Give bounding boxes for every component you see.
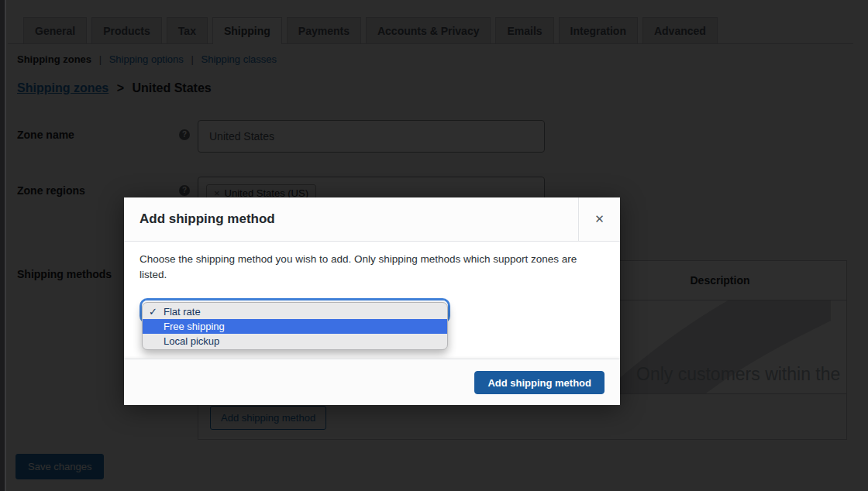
modal-description: Choose the shipping method you wish to a… xyxy=(140,252,598,282)
dropdown-option-free-shipping[interactable]: Free shipping xyxy=(143,319,447,334)
dropdown-option-label: Flat rate xyxy=(164,306,201,318)
modal-header: Add shipping method ✕ xyxy=(124,197,620,242)
add-shipping-method-modal: Add shipping method ✕ Choose the shippin… xyxy=(124,197,620,405)
settings-page: General Products Tax Shipping Payments A… xyxy=(0,0,868,491)
dropdown-option-label: Local pickup xyxy=(164,335,219,347)
shipping-method-dropdown: ✓ Flat rate Free shipping Local pickup xyxy=(142,302,448,350)
admin-sidebar-edge xyxy=(0,0,6,491)
modal-title: Add shipping method xyxy=(124,197,578,241)
modal-add-shipping-method-button[interactable]: Add shipping method xyxy=(474,371,604,394)
dropdown-option-label: Free shipping xyxy=(164,321,225,332)
close-icon[interactable]: ✕ xyxy=(578,197,620,241)
dropdown-option-local-pickup[interactable]: Local pickup xyxy=(143,334,447,349)
modal-footer: Add shipping method xyxy=(124,359,620,405)
checkmark-icon: ✓ xyxy=(149,304,157,319)
dropdown-option-flat-rate[interactable]: ✓ Flat rate xyxy=(143,304,447,319)
